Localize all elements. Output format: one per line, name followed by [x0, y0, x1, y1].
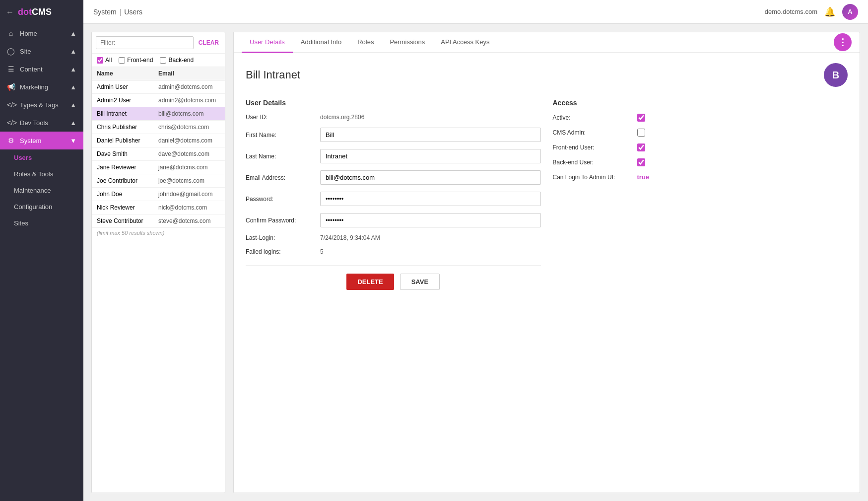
limit-note: (limit max 50 results shown): [92, 228, 225, 238]
confirm-password-input[interactable]: [320, 213, 541, 227]
frontend-user-row: Front-end User:: [553, 143, 848, 151]
active-checkbox[interactable]: [637, 114, 645, 122]
first-name-input[interactable]: [320, 128, 541, 142]
tab-roles[interactable]: Roles: [349, 32, 382, 53]
table-row[interactable]: Daniel Publisherdaniel@dotcms.com: [92, 134, 225, 147]
delete-button[interactable]: DELETE: [346, 274, 394, 290]
cms-admin-label: CMS Admin:: [553, 129, 632, 136]
sidebar-item-label: Dev Tools: [20, 119, 48, 127]
table-row[interactable]: Steve Contributorsteve@dotcms.com: [92, 215, 225, 228]
frontend-user-checkbox[interactable]: [637, 143, 645, 151]
clear-button[interactable]: CLEAR: [197, 39, 221, 46]
frontend-checkbox[interactable]: [119, 57, 125, 64]
save-button[interactable]: SAVE: [400, 274, 440, 290]
tab-additional-info[interactable]: Additional Info: [293, 32, 349, 53]
info-fab-button[interactable]: ⋮: [834, 33, 852, 51]
user-email: jane@dotcms.com: [158, 164, 220, 171]
active-row: Active:: [553, 114, 848, 122]
failed-logins-value: 5: [320, 248, 324, 255]
chevron-icon: ▲: [70, 48, 76, 55]
tab-permissions[interactable]: Permissions: [382, 32, 433, 53]
user-email: johndoe@gmail.com: [158, 191, 220, 198]
table-row[interactable]: Joe Contributorjoe@dotcms.com: [92, 174, 225, 188]
tab-user-details[interactable]: User Details: [242, 32, 293, 53]
chevron-icon: ▲: [70, 83, 76, 91]
table-row[interactable]: Chris Publisherchris@dotcms.com: [92, 121, 225, 134]
types-tags-icon: </>: [7, 101, 15, 109]
col-name-header: Name: [97, 70, 158, 77]
user-id-label: User ID:: [246, 114, 315, 121]
breadcrumb-users: Users: [124, 8, 142, 16]
user-title-row: Bill Intranet B: [246, 63, 848, 87]
table-row[interactable]: Admin2 Useradmin2@dotcms.com: [92, 94, 225, 107]
user-email: dave@dotcms.com: [158, 150, 220, 157]
back-arrow-icon[interactable]: ←: [6, 8, 14, 17]
last-login-label: Last-Login:: [246, 234, 315, 241]
checkbox-row: All Front-end Back-end: [92, 54, 225, 67]
topbar: System | Users demo.dotcms.com 🔔 A: [83, 0, 868, 24]
user-email: nick@dotcms.com: [158, 204, 220, 211]
chevron-icon: ▲: [70, 119, 76, 127]
active-label: Active:: [553, 114, 632, 121]
backend-user-label: Back-end User:: [553, 159, 632, 166]
filter-input[interactable]: [96, 36, 194, 49]
tab-api-access-keys[interactable]: API Access Keys: [433, 32, 497, 53]
cms-admin-checkbox[interactable]: [637, 129, 645, 137]
user-avatar[interactable]: A: [842, 4, 858, 20]
email-input[interactable]: [320, 170, 541, 185]
backend-user-row: Back-end User:: [553, 158, 848, 166]
system-icon: ⚙: [7, 137, 15, 144]
sidebar-sub-item-roles-tools[interactable]: Roles & Tools: [0, 166, 83, 182]
user-rows-container: Admin Useradmin@dotcms.comAdmin2 Useradm…: [92, 80, 225, 228]
site-icon: ◯: [7, 47, 15, 55]
backend-user-checkbox[interactable]: [637, 158, 645, 166]
domain-label: demo.dotcms.com: [765, 8, 817, 15]
user-email: daniel@dotcms.com: [158, 137, 220, 144]
home-icon: ⌂: [7, 29, 15, 37]
backend-label: Back-end: [168, 57, 194, 64]
table-row[interactable]: Jane Reviewerjane@dotcms.com: [92, 161, 225, 174]
user-table: Name Email Admin Useradmin@dotcms.comAdm…: [92, 67, 225, 493]
table-row[interactable]: Admin Useradmin@dotcms.com: [92, 80, 225, 94]
backend-checkbox-item[interactable]: Back-end: [160, 57, 194, 64]
sidebar-sub-label: Configuration: [14, 203, 52, 211]
sidebar-item-system[interactable]: ⚙ System ▼: [0, 132, 83, 149]
all-checkbox[interactable]: [97, 57, 103, 64]
sidebar-sub-label: Sites: [14, 219, 28, 227]
password-input[interactable]: [320, 192, 541, 206]
sidebar-item-marketing[interactable]: 📢 Marketing ▲: [0, 78, 83, 96]
sidebar-item-dev-tools[interactable]: </> Dev Tools ▲: [0, 114, 83, 132]
user-id-row: User ID: dotcms.org.2806: [246, 114, 541, 121]
sidebar-sub-item-sites[interactable]: Sites: [0, 215, 83, 231]
last-name-input[interactable]: [320, 149, 541, 163]
table-row[interactable]: Bill Intranetbill@dotcms.com: [92, 107, 225, 121]
user-title: Bill Intranet: [246, 69, 300, 81]
sidebar-item-home[interactable]: ⌂ Home ▲: [0, 24, 83, 42]
can-login-label: Can Login To Admin UI:: [553, 174, 632, 181]
user-name: Nick Reviewer: [97, 204, 158, 211]
table-row[interactable]: Dave Smithdave@dotcms.com: [92, 147, 225, 161]
sidebar-sub-item-users[interactable]: Users: [0, 149, 83, 166]
frontend-checkbox-item[interactable]: Front-end: [119, 57, 153, 64]
backend-checkbox[interactable]: [160, 57, 166, 64]
frontend-user-label: Front-end User:: [553, 144, 632, 151]
sidebar-item-label: System: [20, 137, 41, 144]
can-login-row: Can Login To Admin UI: true: [553, 173, 848, 181]
sidebar-item-label: Marketing: [20, 83, 48, 91]
sidebar-item-content[interactable]: ☰ Content ▲: [0, 60, 83, 78]
all-checkbox-item[interactable]: All: [97, 57, 112, 64]
sidebar-item-types-tags[interactable]: </> Types & Tags ▲: [0, 96, 83, 114]
bell-icon[interactable]: 🔔: [824, 6, 835, 17]
sidebar-item-site[interactable]: ◯ Site ▲: [0, 42, 83, 60]
topbar-right: demo.dotcms.com 🔔 A: [765, 4, 858, 20]
table-row[interactable]: Nick Reviewernick@dotcms.com: [92, 201, 225, 215]
last-name-row: Last Name:: [246, 149, 541, 163]
sidebar-sub-item-maintenance[interactable]: Maintenance: [0, 182, 83, 199]
logo: dotCMS: [18, 7, 52, 17]
main-area: System | Users demo.dotcms.com 🔔 A CLEAR…: [83, 0, 868, 501]
sidebar-sub-item-configuration[interactable]: Configuration: [0, 199, 83, 215]
user-name: Steve Contributor: [97, 217, 158, 224]
table-row[interactable]: John Doejohndoe@gmail.com: [92, 188, 225, 201]
user-name: Admin2 User: [97, 97, 158, 104]
first-name-label: First Name:: [246, 132, 315, 139]
